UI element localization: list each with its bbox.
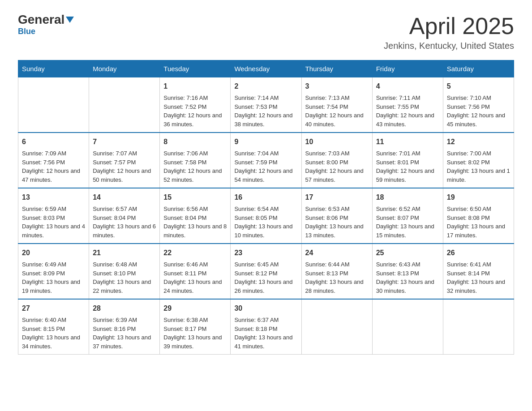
calendar-cell: 13Sunrise: 6:59 AMSunset: 8:03 PMDayligh… xyxy=(18,188,89,244)
sunrise-text: Sunrise: 6:57 AM xyxy=(93,206,137,212)
sunrise-text: Sunrise: 7:14 AM xyxy=(234,94,279,101)
calendar-cell xyxy=(89,77,160,133)
sunrise-text: Sunrise: 7:00 AM xyxy=(447,150,491,157)
sunrise-text: Sunrise: 6:43 AM xyxy=(376,261,420,268)
day-number: 20 xyxy=(22,248,85,258)
daylight-text: Daylight: 13 hours and 10 minutes. xyxy=(234,223,292,239)
sunset-text: Sunset: 8:13 PM xyxy=(376,270,419,277)
daylight-text: Daylight: 13 hours and 37 minutes. xyxy=(93,334,151,350)
day-number: 24 xyxy=(305,248,369,258)
day-header-saturday: Saturday xyxy=(443,60,514,77)
logo: General Blue xyxy=(18,13,74,36)
sunrise-text: Sunrise: 7:06 AM xyxy=(163,150,208,157)
sunset-text: Sunset: 8:12 PM xyxy=(234,270,277,277)
daylight-text: Daylight: 13 hours and 17 minutes. xyxy=(447,223,505,239)
day-header-tuesday: Tuesday xyxy=(160,60,231,77)
sunrise-text: Sunrise: 7:03 AM xyxy=(305,150,350,157)
daylight-text: Daylight: 13 hours and 30 minutes. xyxy=(376,278,434,294)
sunset-text: Sunset: 8:13 PM xyxy=(305,270,348,277)
calendar-cell: 19Sunrise: 6:50 AMSunset: 8:08 PMDayligh… xyxy=(443,188,514,244)
sunrise-text: Sunrise: 6:53 AM xyxy=(305,206,350,212)
day-number: 18 xyxy=(376,192,439,203)
sunrise-text: Sunrise: 7:04 AM xyxy=(234,150,279,157)
sunset-text: Sunset: 8:03 PM xyxy=(22,214,65,221)
calendar-cell: 22Sunrise: 6:46 AMSunset: 8:11 PMDayligh… xyxy=(160,244,231,299)
calendar-cell: 16Sunrise: 6:54 AMSunset: 8:05 PMDayligh… xyxy=(231,188,301,244)
sunset-text: Sunset: 8:16 PM xyxy=(93,325,136,332)
daylight-text: Daylight: 13 hours and 34 minutes. xyxy=(22,334,80,350)
day-number: 23 xyxy=(234,248,297,258)
sunrise-text: Sunrise: 6:38 AM xyxy=(163,317,208,323)
day-number: 7 xyxy=(93,137,156,147)
sunset-text: Sunset: 8:04 PM xyxy=(93,214,136,221)
daylight-text: Daylight: 12 hours and 36 minutes. xyxy=(163,112,222,128)
sunrise-text: Sunrise: 7:09 AM xyxy=(22,150,66,157)
daylight-text: Daylight: 13 hours and 28 minutes. xyxy=(305,278,364,294)
day-number: 11 xyxy=(376,137,439,147)
daylight-text: Daylight: 12 hours and 59 minutes. xyxy=(376,167,434,183)
daylight-text: Daylight: 12 hours and 47 minutes. xyxy=(22,167,80,183)
sunset-text: Sunset: 8:01 PM xyxy=(376,159,419,166)
calendar-cell xyxy=(443,299,514,355)
day-number: 19 xyxy=(447,192,510,203)
sunrise-text: Sunrise: 7:01 AM xyxy=(376,150,420,157)
day-number: 22 xyxy=(163,248,227,258)
sunset-text: Sunset: 7:53 PM xyxy=(234,103,277,110)
calendar-cell: 2Sunrise: 7:14 AMSunset: 7:53 PMDaylight… xyxy=(231,77,301,133)
daylight-text: Daylight: 12 hours and 40 minutes. xyxy=(305,112,364,128)
daylight-text: Daylight: 13 hours and 4 minutes. xyxy=(22,223,85,239)
sunset-text: Sunset: 7:56 PM xyxy=(22,159,65,166)
day-header-monday: Monday xyxy=(89,60,160,77)
week-row-4: 20Sunrise: 6:49 AMSunset: 8:09 PMDayligh… xyxy=(18,244,514,299)
calendar-cell: 30Sunrise: 6:37 AMSunset: 8:18 PMDayligh… xyxy=(231,299,301,355)
daylight-text: Daylight: 13 hours and 22 minutes. xyxy=(93,278,151,294)
calendar-cell: 26Sunrise: 6:41 AMSunset: 8:14 PMDayligh… xyxy=(443,244,514,299)
sunset-text: Sunset: 8:17 PM xyxy=(163,325,206,332)
logo-general: General xyxy=(18,13,74,26)
calendar-cell: 25Sunrise: 6:43 AMSunset: 8:13 PMDayligh… xyxy=(372,244,443,299)
sunset-text: Sunset: 7:56 PM xyxy=(447,103,490,110)
week-row-2: 6Sunrise: 7:09 AMSunset: 7:56 PMDaylight… xyxy=(18,133,514,188)
sunrise-text: Sunrise: 7:11 AM xyxy=(376,94,420,101)
sunrise-text: Sunrise: 6:56 AM xyxy=(163,206,208,212)
calendar-cell: 21Sunrise: 6:48 AMSunset: 8:10 PMDayligh… xyxy=(89,244,160,299)
day-number: 21 xyxy=(93,248,156,258)
sunrise-text: Sunrise: 6:49 AM xyxy=(22,261,66,268)
week-row-3: 13Sunrise: 6:59 AMSunset: 8:03 PMDayligh… xyxy=(18,188,514,244)
daylight-text: Daylight: 12 hours and 50 minutes. xyxy=(93,167,151,183)
daylight-text: Daylight: 12 hours and 38 minutes. xyxy=(234,112,292,128)
calendar-cell: 8Sunrise: 7:06 AMSunset: 7:58 PMDaylight… xyxy=(160,133,231,188)
calendar-cell: 20Sunrise: 6:49 AMSunset: 8:09 PMDayligh… xyxy=(18,244,89,299)
daylight-text: Daylight: 13 hours and 6 minutes. xyxy=(93,223,156,239)
calendar-cell: 6Sunrise: 7:09 AMSunset: 7:56 PMDaylight… xyxy=(18,133,89,188)
month-title: April 2025 xyxy=(384,13,514,39)
day-header-friday: Friday xyxy=(372,60,443,77)
day-header-sunday: Sunday xyxy=(18,60,89,77)
daylight-text: Daylight: 13 hours and 15 minutes. xyxy=(376,223,434,239)
sunrise-text: Sunrise: 7:13 AM xyxy=(305,94,350,101)
day-number: 15 xyxy=(163,192,227,203)
daylight-text: Daylight: 13 hours and 24 minutes. xyxy=(163,278,222,294)
day-number: 29 xyxy=(163,303,227,314)
day-number: 10 xyxy=(305,137,369,147)
sunrise-text: Sunrise: 6:45 AM xyxy=(234,261,279,268)
sunrise-text: Sunrise: 7:07 AM xyxy=(93,150,137,157)
day-number: 3 xyxy=(305,81,369,92)
sunrise-text: Sunrise: 6:52 AM xyxy=(376,206,420,212)
header: General Blue April 2025 Jenkins, Kentuck… xyxy=(18,13,514,51)
daylight-text: Daylight: 13 hours and 1 minute. xyxy=(447,167,510,183)
day-number: 25 xyxy=(376,248,439,258)
day-number: 13 xyxy=(22,192,85,203)
calendar-cell: 12Sunrise: 7:00 AMSunset: 8:02 PMDayligh… xyxy=(443,133,514,188)
daylight-text: Daylight: 13 hours and 39 minutes. xyxy=(163,334,222,350)
daylight-text: Daylight: 13 hours and 26 minutes. xyxy=(234,278,292,294)
daylight-text: Daylight: 12 hours and 45 minutes. xyxy=(447,112,505,128)
title-area: April 2025 Jenkins, Kentucky, United Sta… xyxy=(384,13,514,51)
sunset-text: Sunset: 7:54 PM xyxy=(305,103,348,110)
week-row-5: 27Sunrise: 6:40 AMSunset: 8:15 PMDayligh… xyxy=(18,299,514,355)
day-header-thursday: Thursday xyxy=(301,60,372,77)
calendar-table: SundayMondayTuesdayWednesdayThursdayFrid… xyxy=(18,60,514,355)
calendar-header-row: SundayMondayTuesdayWednesdayThursdayFrid… xyxy=(18,60,514,77)
calendar-cell xyxy=(18,77,89,133)
sunset-text: Sunset: 8:18 PM xyxy=(234,325,277,332)
